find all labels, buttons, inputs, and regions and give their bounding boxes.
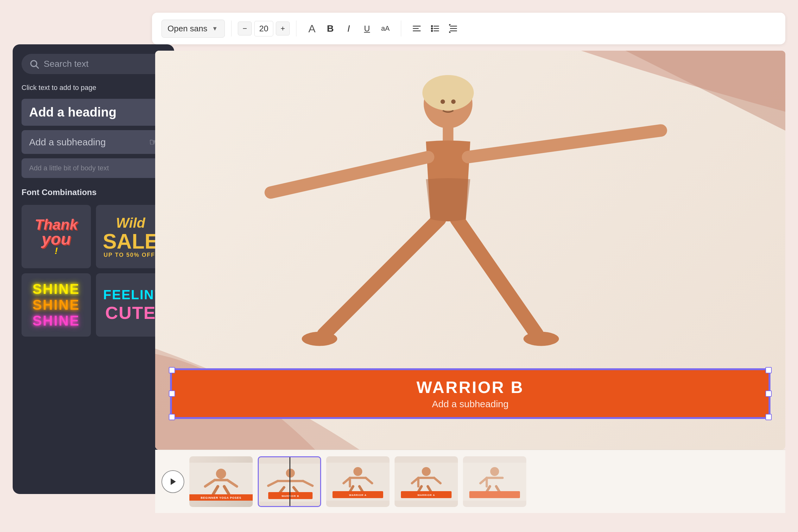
timeline-thumb-2[interactable]: WARRIOR B [258,456,321,507]
click-hint-text: Click text to add to page [21,83,165,92]
body-label: Add a little bit of body text [29,164,109,172]
selection-handle-bl[interactable] [169,414,175,420]
selection-handle-mr[interactable] [765,391,772,397]
font-selector[interactable]: Open sans ▾ [162,20,225,38]
yoga-canvas: WARRIOR B Add a subheading [155,51,785,450]
font-combinations-title: Font Combinations [21,188,165,197]
svg-line-18 [324,219,439,335]
font-combo-shine[interactable]: SHINE SHINE SHINE [21,273,91,337]
add-subheading-option[interactable]: Add a subheading ☞ [21,130,165,154]
shine-line-2: SHINE [33,297,80,313]
selection-handle-br[interactable] [765,414,772,420]
search-icon [29,59,39,69]
svg-point-36 [286,469,295,477]
subheading-label: Add a subheading [29,137,106,148]
shine-line-1: SHINE [33,281,80,297]
svg-text:WARRIOR B: WARRIOR B [282,495,299,497]
decrease-font-button[interactable]: − [238,21,252,36]
svg-point-20 [302,332,337,346]
text-toolbar: Open sans ▾ − + A B I U aA [152,13,785,44]
svg-text:WARRIOR A: WARRIOR A [417,494,435,496]
svg-point-23 [440,99,445,104]
timeline-thumb-1[interactable]: BEGINNER YOGA POSES [189,456,253,507]
svg-point-45 [354,467,362,476]
bold-button[interactable]: B [322,21,338,36]
add-body-option[interactable]: Add a little bit of body text [21,158,165,178]
divider-2 [296,21,297,36]
italic-button[interactable]: I [341,21,357,36]
exclaim-label: ! [55,245,58,256]
upto-label: UP TO 50% OFF! [103,252,157,258]
underline-button[interactable]: U [359,21,375,36]
search-input[interactable] [44,59,158,69]
heading-label: Add a heading [29,105,116,119]
thumb-1-preview: BEGINNER YOGA POSES [189,456,253,507]
svg-line-17 [468,131,661,157]
shine-line-3: SHINE [33,313,80,329]
warrior-title[interactable]: WARRIOR B [185,378,756,397]
font-size-input[interactable] [254,21,273,36]
increase-font-button[interactable]: + [276,21,290,36]
thank-you-text: Thank you ! [35,218,78,254]
svg-point-21 [524,332,559,346]
add-heading-option[interactable]: Add a heading [21,99,165,126]
svg-line-16 [271,157,428,192]
play-button[interactable] [162,470,184,493]
svg-marker-25 [171,478,176,485]
chevron-down-icon: ▾ [213,24,216,33]
svg-line-19 [457,219,537,335]
timeline-thumb-5[interactable] [463,456,526,507]
wild-label: Wild [102,215,158,231]
svg-point-8 [431,26,433,27]
play-icon [169,477,177,486]
svg-rect-71 [469,491,520,498]
cute-label: CUTE [103,302,158,323]
font-size-large-button[interactable]: A [304,21,320,36]
scrubber-head [287,456,292,457]
svg-point-10 [431,31,433,32]
selection-handle-ml[interactable] [169,391,175,397]
timeline-thumb-3[interactable]: WARRIOR A [326,456,390,507]
feelin-cute-text: FEELIN' CUTE [103,287,158,323]
text-panel: Click text to add to page Add a heading … [13,44,174,494]
timeline-thumb-4[interactable]: WARRIOR A [395,456,458,507]
svg-point-9 [431,28,433,29]
align-button[interactable] [409,21,425,36]
case-toggle-button[interactable]: aA [378,21,393,36]
selection-handle-tr[interactable] [765,367,772,373]
svg-rect-15 [443,127,454,142]
thumb-5-preview [463,456,526,507]
font-name-label: Open sans [168,24,207,34]
warrior-banner[interactable]: WARRIOR B Add a subheading [171,369,770,418]
main-canvas[interactable]: WARRIOR B Add a subheading [155,51,785,450]
scrubber-line [289,457,290,506]
sale-label: SALE [102,231,158,252]
search-bar[interactable] [21,54,165,74]
svg-text:WARRIOR A: WARRIOR A [349,494,366,496]
svg-point-65 [490,467,499,476]
selection-handle-tl[interactable] [169,367,175,373]
timeline-strip: BEGINNER YOGA POSES [155,450,785,513]
wild-sale-text: Wild SALE UP TO 50% OFF! [102,215,158,259]
shine-text: SHINE SHINE SHINE [33,281,80,329]
you-label: you [35,231,78,246]
feelin-label: FEELIN' [103,287,158,302]
divider-1 [231,21,231,36]
svg-point-55 [422,467,431,476]
svg-line-1 [36,66,38,68]
thumb-3-preview: WARRIOR A [326,456,390,507]
font-combinations-grid: Thank you ! Wild SALE UP TO 50% OFF! SHI… [21,205,165,337]
thumb-4-preview: WARRIOR A [395,456,458,507]
font-combo-thank-you[interactable]: Thank you ! [21,205,91,268]
list-button[interactable] [427,21,443,36]
canvas-area: WARRIOR B Add a subheading [155,51,785,513]
svg-text:BEGINNER YOGA POSES: BEGINNER YOGA POSES [201,496,242,499]
warrior-subtitle[interactable]: Add a subheading [185,399,756,410]
font-size-control: − + [238,21,290,36]
svg-point-24 [451,99,456,104]
divider-3 [401,21,401,36]
svg-point-27 [216,469,226,479]
line-spacing-button[interactable] [445,21,461,36]
